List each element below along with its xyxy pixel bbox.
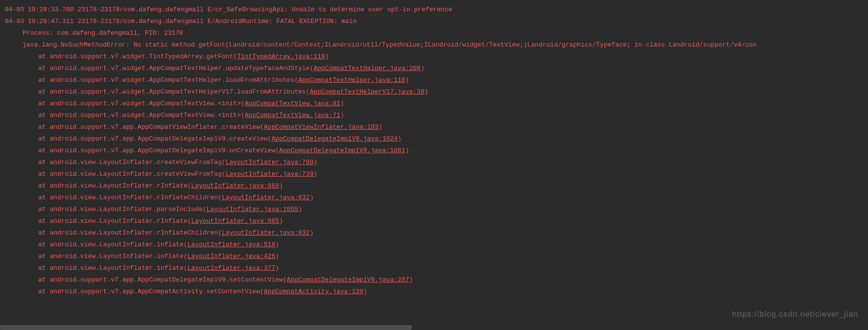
log-line: at android.support.v7.widget.AppCompatTe…: [5, 74, 863, 86]
source-link[interactable]: AppCompatTextHelperV17.java:38: [310, 88, 424, 95]
log-line: at android.support.v7.app.AppCompatDeleg…: [5, 133, 863, 145]
log-text: ): [310, 194, 314, 201]
log-line: at android.view.LayoutInflater.parseIncl…: [5, 204, 863, 215]
source-link[interactable]: LayoutInflater.java:780: [225, 159, 313, 166]
source-link[interactable]: LayoutInflater.java:518: [187, 241, 275, 248]
log-text: java.lang.NoSuchMethodError: No static m…: [23, 41, 757, 48]
log-text: at android.view.LayoutInflater.rInflate(: [38, 182, 191, 189]
log-text: ): [275, 264, 279, 272]
log-line: Process: com.dafeng.dafengmall, PID: 231…: [5, 27, 863, 39]
source-link[interactable]: AppCompatDelegateImplV9.java:1024: [272, 135, 397, 142]
log-text: at android.view.LayoutInflater.inflate(: [38, 241, 187, 248]
log-text: at android.view.LayoutInflater.rInflateC…: [38, 229, 222, 236]
log-text: at android.support.v7.widget.AppCompatTe…: [38, 100, 245, 107]
log-line: at android.view.LayoutInflater.createVie…: [5, 168, 863, 180]
source-link[interactable]: LayoutInflater.java:377: [187, 264, 275, 272]
log-text: ): [421, 65, 424, 72]
log-text: ): [340, 100, 344, 107]
log-line: at android.support.v7.app.AppCompatViewI…: [5, 121, 863, 133]
log-line: at android.support.v7.app.AppCompatActiv…: [5, 286, 863, 298]
log-line: at android.support.v7.widget.AppCompatTe…: [5, 86, 863, 98]
log-text: at android.support.v7.widget.AppCompatTe…: [38, 112, 245, 119]
log-text: at android.view.LayoutInflater.parseIncl…: [38, 206, 206, 213]
log-text: 04-03 19:29:33.700 23178-23178/com.dafen…: [5, 6, 452, 13]
log-line: at android.view.LayoutInflater.inflate(L…: [5, 251, 863, 262]
log-text: ): [314, 170, 318, 178]
source-link[interactable]: AppCompatViewInflater.java:103: [264, 123, 378, 131]
source-link[interactable]: AppCompatTextHelper.java:110: [298, 76, 405, 84]
log-text: ): [378, 123, 382, 131]
log-text: Process: com.dafeng.dafengmall, PID: 231…: [23, 29, 183, 37]
log-text: ): [298, 206, 302, 213]
log-text: ): [279, 182, 283, 189]
logcat-output: 04-03 19:29:33.700 23178-23178/com.dafen…: [5, 4, 863, 298]
log-text: ): [409, 276, 413, 283]
source-link[interactable]: AppCompatDelegateImplV9.java:287: [287, 276, 409, 283]
log-text: at android.support.v7.widget.AppCompatTe…: [38, 88, 310, 95]
horizontal-scrollbar-thumb[interactable]: [0, 325, 412, 330]
log-line: 04-03 19:29:33.700 23178-23178/com.dafen…: [5, 4, 863, 16]
log-text: at android.view.LayoutInflater.rInflate(: [38, 217, 191, 225]
log-text: at android.view.LayoutInflater.inflate(: [38, 253, 187, 260]
log-line: java.lang.NoSuchMethodError: No static m…: [5, 39, 863, 51]
log-line: 04-03 19:29:47.311 23178-23178/com.dafen…: [5, 16, 863, 27]
source-link[interactable]: LayoutInflater.java:426: [187, 253, 275, 260]
source-link[interactable]: TintTypedArray.java:119: [237, 53, 325, 60]
source-link[interactable]: AppCompatTextView.java:81: [245, 100, 340, 107]
source-link[interactable]: LayoutInflater.java:738: [225, 170, 313, 178]
log-line: at android.support.v7.app.AppCompatDeleg…: [5, 145, 863, 157]
log-text: at android.support.v7.app.AppCompatDeleg…: [38, 147, 279, 154]
log-line: at android.view.LayoutInflater.createVie…: [5, 157, 863, 168]
log-text: ): [310, 229, 314, 236]
log-text: 04-03 19:29:47.311 23178-23178/com.dafen…: [5, 18, 357, 25]
log-text: at android.support.v7.widget.AppCompatTe…: [38, 65, 314, 72]
source-link[interactable]: LayoutInflater.java:832: [222, 194, 309, 201]
log-text: at android.support.v7.widget.TintTypedAr…: [38, 53, 237, 60]
log-text: ): [275, 241, 279, 248]
source-link[interactable]: LayoutInflater.java:865: [191, 217, 279, 225]
log-line: at android.view.LayoutInflater.rInflate(…: [5, 180, 863, 192]
log-text: ): [405, 76, 409, 84]
log-line: at android.view.LayoutInflater.rInflate(…: [5, 215, 863, 227]
horizontal-scrollbar-track[interactable]: [0, 325, 868, 330]
log-line: at android.view.LayoutInflater.rInflateC…: [5, 192, 863, 204]
source-link[interactable]: LayoutInflater.java:832: [222, 229, 309, 236]
log-text: at android.view.LayoutInflater.createVie…: [38, 159, 225, 166]
log-text: at android.support.v7.app.AppCompatActiv…: [38, 288, 264, 295]
log-text: ): [279, 217, 283, 225]
log-text: at android.view.LayoutInflater.rInflateC…: [38, 194, 222, 201]
source-link[interactable]: LayoutInflater.java:869: [191, 182, 279, 189]
log-text: ): [314, 159, 318, 166]
log-text: ): [424, 88, 428, 95]
source-link[interactable]: AppCompatActivity.java:139: [264, 288, 363, 295]
source-link[interactable]: LayoutInflater.java:1005: [206, 206, 298, 213]
log-text: at android.view.LayoutInflater.inflate(: [38, 264, 187, 272]
log-text: ): [363, 288, 367, 295]
log-line: at android.support.v7.widget.TintTypedAr…: [5, 51, 863, 63]
log-text: at android.view.LayoutInflater.createVie…: [38, 170, 225, 178]
log-text: at android.support.v7.widget.AppCompatTe…: [38, 76, 298, 84]
log-line: at android.view.LayoutInflater.inflate(L…: [5, 239, 863, 251]
watermark-text: https://blog.csdn.net/clever_jian: [732, 308, 858, 320]
source-link[interactable]: AppCompatTextView.java:71: [245, 112, 340, 119]
log-text: at android.support.v7.app.AppCompatDeleg…: [38, 135, 272, 142]
source-link[interactable]: AppCompatTextHelper.java:208: [314, 65, 421, 72]
source-link[interactable]: AppCompatDelegateImplV9.java:1081: [279, 147, 405, 154]
log-text: at android.support.v7.app.AppCompatDeleg…: [38, 276, 287, 283]
log-text: ): [275, 253, 279, 260]
log-text: ): [397, 135, 401, 142]
log-line: at android.support.v7.widget.AppCompatTe…: [5, 63, 863, 74]
log-text: ): [340, 112, 344, 119]
log-line: at android.support.v7.app.AppCompatDeleg…: [5, 274, 863, 286]
log-line: at android.view.LayoutInflater.inflate(L…: [5, 262, 863, 274]
log-line: at android.support.v7.widget.AppCompatTe…: [5, 110, 863, 121]
log-text: ): [405, 147, 409, 154]
log-line: at android.view.LayoutInflater.rInflateC…: [5, 227, 863, 239]
log-text: ): [325, 53, 329, 60]
log-text: at android.support.v7.app.AppCompatViewI…: [38, 123, 264, 131]
log-line: at android.support.v7.widget.AppCompatTe…: [5, 98, 863, 110]
